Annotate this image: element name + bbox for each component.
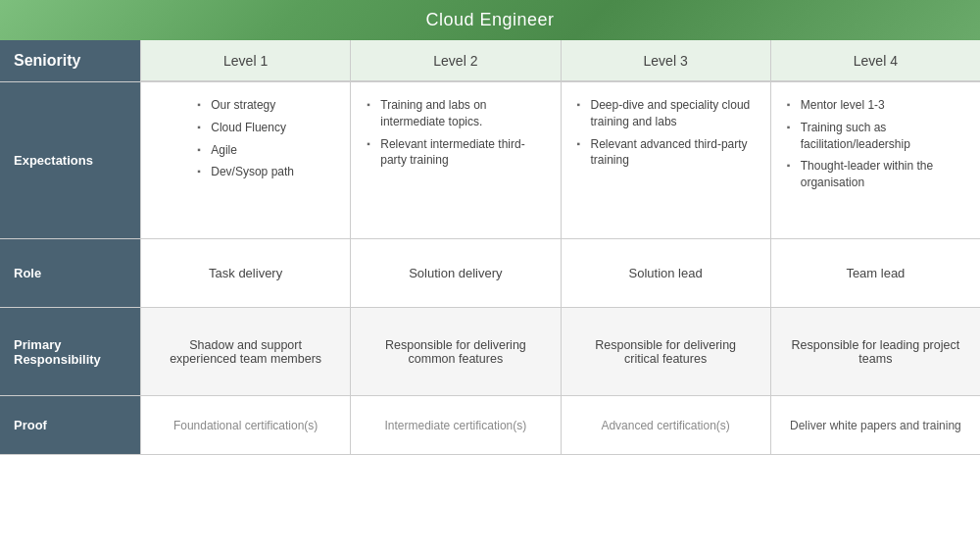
list-item: Thought-leader within the organisation	[787, 155, 964, 194]
role-level3: Solution lead	[561, 239, 770, 307]
page-title: Cloud Engineer	[425, 10, 554, 29]
expectations-level3: Deep-dive and speciality cloud training …	[561, 82, 770, 238]
seniority-header: Seniority	[0, 40, 140, 81]
role-level2: Solution delivery	[350, 239, 560, 307]
expectations-level1-list: Our strategy Cloud Fluency Agile Dev/Sys…	[197, 94, 294, 183]
role-header: Role	[0, 239, 140, 307]
list-item: Relevant intermediate third-party traini…	[367, 133, 544, 173]
expectations-level3-list: Deep-dive and speciality cloud training …	[577, 94, 755, 172]
main-table: Seniority Level 1 Level 2 Level 3 Level …	[0, 40, 980, 455]
primary-level4: Responsible for leading project teams	[770, 308, 980, 395]
page-header: Cloud Engineer	[0, 0, 980, 40]
list-item: Deep-dive and speciality cloud training …	[577, 94, 755, 133]
list-item: Mentor level 1-3	[787, 94, 964, 117]
role-level4: Team lead	[770, 239, 980, 307]
proof-level4: Deliver white papers and training	[770, 396, 980, 454]
proof-header: Proof	[0, 396, 140, 454]
level1-header: Level 1	[140, 40, 350, 81]
primary-level3: Responsible for delivering critical feat…	[561, 308, 770, 395]
level3-header: Level 3	[561, 40, 770, 81]
primary-header: Primary Responsibility	[0, 308, 140, 395]
list-item: Our strategy	[197, 94, 294, 117]
expectations-level1: Our strategy Cloud Fluency Agile Dev/Sys…	[140, 82, 350, 238]
proof-level2: Intermediate certification(s)	[350, 396, 560, 454]
primary-level2: Responsible for delivering common featur…	[350, 308, 560, 395]
role-row: Role Task delivery Solution delivery Sol…	[0, 239, 980, 308]
list-item: Relevant advanced third-party training	[577, 133, 755, 173]
expectations-level2-list: Training and labs on intermediate topics…	[367, 94, 544, 172]
expectations-level4-list: Mentor level 1-3 Training such as facili…	[787, 94, 964, 194]
expectations-level2: Training and labs on intermediate topics…	[350, 82, 560, 238]
list-item: Dev/Sysop path	[197, 161, 294, 183]
expectations-row: Expectations Our strategy Cloud Fluency …	[0, 82, 980, 239]
list-item: Cloud Fluency	[197, 117, 294, 139]
list-item: Training such as facilitation/leadership	[787, 117, 964, 156]
expectations-level4: Mentor level 1-3 Training such as facili…	[770, 82, 980, 238]
role-level1: Task delivery	[140, 239, 350, 307]
list-item: Agile	[197, 139, 294, 162]
primary-level1: Shadow and support experienced team memb…	[140, 308, 350, 395]
level2-header: Level 2	[350, 40, 560, 81]
proof-row: Proof Foundational certification(s) Inte…	[0, 396, 980, 455]
seniority-row: Seniority Level 1 Level 2 Level 3 Level …	[0, 40, 980, 82]
primary-row: Primary Responsibility Shadow and suppor…	[0, 308, 980, 396]
expectations-header: Expectations	[0, 82, 140, 238]
list-item: Training and labs on intermediate topics…	[367, 94, 544, 133]
proof-level1: Foundational certification(s)	[140, 396, 350, 454]
level4-header: Level 4	[770, 40, 980, 81]
proof-level3: Advanced certification(s)	[561, 396, 770, 454]
